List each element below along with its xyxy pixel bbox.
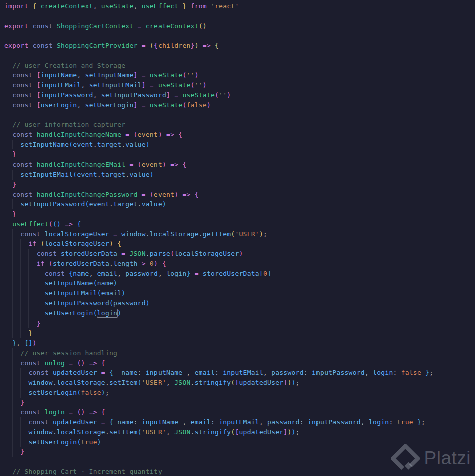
code-line[interactable]: const handleInputChangePassword = (event…: [0, 190, 475, 200]
code-line[interactable]: const {name, email, password, login} = s…: [0, 269, 475, 279]
code-token: useEffect: [142, 2, 179, 10]
code-token: }: [12, 150, 16, 158]
code-line[interactable]: }: [0, 328, 475, 338]
code-line[interactable]: setInputEMail(event.target.value): [0, 170, 475, 180]
code-token: =>: [85, 359, 97, 367]
code-line[interactable]: // Shopping Cart · Increment quantity: [0, 467, 475, 476]
code-line[interactable]: if (storedUserData.length > 0) {: [0, 259, 475, 269]
code-token: event: [89, 200, 109, 208]
indent-guide: [12, 298, 20, 308]
code-line[interactable]: [0, 11, 475, 21]
indent-guide: [4, 338, 12, 348]
code-line[interactable]: const unlog = () => {: [0, 358, 475, 368]
code-line[interactable]: [0, 110, 475, 120]
code-line[interactable]: }: [0, 319, 475, 329]
code-line[interactable]: // user information capturer: [0, 120, 475, 130]
code-line[interactable]: useEffect(() => {: [0, 219, 475, 229]
code-line[interactable]: setInputPassword(event.target.value): [0, 199, 475, 209]
code-line[interactable]: export const ShoppingCartProvider = ({ch…: [0, 41, 475, 51]
code-line[interactable]: export const ShoppingCartContext = creat…: [0, 21, 475, 31]
code-token: =: [138, 191, 146, 198]
code-line[interactable]: setInputName(event.target.value): [0, 140, 475, 150]
code-token: }: [182, 2, 186, 10]
code-line[interactable]: const handleInputChangeName = (event) =>…: [0, 130, 475, 140]
code-token: ): [259, 230, 263, 238]
code-token: setItem: [109, 379, 138, 386]
code-token: storedUserData: [203, 270, 259, 277]
code-token: (: [49, 260, 53, 267]
code-line[interactable]: setUserLogin(false);: [0, 388, 475, 398]
code-token: {: [109, 369, 113, 376]
code-line[interactable]: }: [0, 209, 475, 219]
code-token: }: [421, 369, 429, 376]
code-token: ;: [296, 428, 300, 436]
code-token: [: [37, 81, 41, 89]
code-line[interactable]: [0, 457, 475, 467]
code-token: children: [158, 42, 191, 49]
code-token: ,: [365, 369, 373, 376]
code-line[interactable]: const [userLogin, setUserLogin] = useSta…: [0, 100, 475, 110]
code-token: import: [4, 2, 33, 10]
code-line[interactable]: setInputPassword(password): [0, 298, 475, 308]
code-token: =: [97, 369, 105, 376]
indent-guide: [12, 388, 20, 398]
indent-guide: [12, 319, 20, 329]
code-line[interactable]: setInputEMail(email): [0, 288, 475, 298]
code-line[interactable]: // user session handling: [0, 348, 475, 358]
code-token: .: [53, 379, 57, 386]
code-line[interactable]: }: [0, 398, 475, 408]
code-line[interactable]: const [inputEMail, setInputEMail] = useS…: [0, 80, 475, 90]
code-line[interactable]: window.localStorage.setItem('USER', JSON…: [0, 378, 475, 388]
code-token: :: [133, 418, 141, 426]
code-token: .: [138, 200, 142, 208]
code-token: {: [211, 42, 219, 49]
code-token: :: [215, 369, 223, 376]
code-token: // user Creation and Storage: [12, 62, 125, 69]
code-token: 'USER': [235, 230, 259, 238]
code-line[interactable]: if (localStorageUser) {: [0, 239, 475, 249]
indent-guide: [4, 378, 12, 388]
code-line[interactable]: const [inputPassword, setInputPassword] …: [0, 90, 475, 100]
code-token: stringify: [195, 379, 231, 386]
code-token: =: [109, 230, 117, 238]
code-line[interactable]: }: [0, 180, 475, 190]
code-token: ,: [263, 369, 271, 376]
code-token: =: [133, 22, 141, 30]
code-token: useState: [182, 91, 215, 99]
code-line[interactable]: // user Creation and Storage: [0, 61, 475, 71]
code-line[interactable]: }: [0, 447, 475, 457]
code-token: }: [37, 320, 41, 327]
code-line[interactable]: const handleInputChangeEMail = (event) =…: [0, 160, 475, 170]
code-line[interactable]: setUserLogin(true): [0, 437, 475, 447]
code-line[interactable]: import { createContext, useState, useEff…: [0, 1, 475, 11]
code-token: (: [138, 379, 142, 386]
code-token: =: [121, 131, 129, 138]
code-token: JSON: [174, 379, 190, 386]
code-line[interactable]: }: [0, 149, 475, 160]
code-token: =>: [178, 191, 190, 198]
indent-guide: [12, 269, 20, 279]
code-line[interactable]: }, []): [0, 338, 475, 348]
code-line[interactable]: const localStorageUser = window.localSto…: [0, 229, 475, 239]
indent-guide: [4, 229, 12, 239]
code-token: stringify: [195, 428, 231, 436]
code-line[interactable]: const updatedUser = { name: inputName , …: [0, 417, 475, 427]
code-token: {: [191, 191, 199, 198]
code-line[interactable]: setInputName(name): [0, 278, 475, 288]
code-token: ;: [421, 418, 425, 426]
code-token: ): [195, 71, 199, 79]
code-line[interactable]: const logIn = () => {: [0, 407, 475, 417]
code-token: =: [117, 250, 125, 257]
code-token: updatedUser: [53, 418, 97, 426]
indent-guide: [4, 467, 12, 476]
code-line[interactable]: const storedUserData = JSON.parse(localS…: [0, 249, 475, 259]
code-line[interactable]: [0, 31, 475, 41]
code-token: '': [195, 81, 203, 89]
code-token: event: [142, 161, 162, 168]
code-line[interactable]: const updatedUser = { name: inputName , …: [0, 368, 475, 378]
code-line[interactable]: window.localStorage.setItem('USER', JSON…: [0, 427, 475, 437]
code-editor[interactable]: import { createContext, useState, useEff…: [0, 0, 475, 476]
code-line[interactable]: setUserLogin(login): [0, 308, 475, 319]
code-line[interactable]: const [inputName, setInputName] = useSta…: [0, 70, 475, 80]
code-line[interactable]: [0, 51, 475, 61]
